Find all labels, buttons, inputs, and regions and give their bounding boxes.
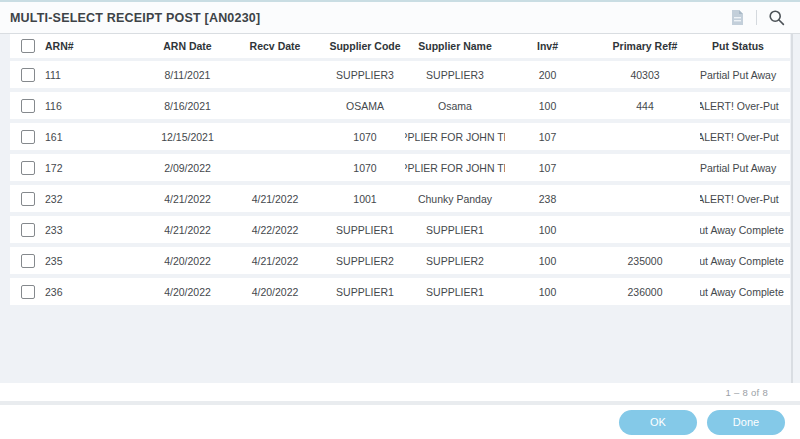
cell-put_status: Put Away Complete [700, 278, 790, 305]
done-button[interactable]: Done [707, 410, 785, 435]
row-select-checkbox[interactable] [21, 223, 35, 237]
cell-supplier_name: SUPPLIER FOR JOHN TEST [405, 123, 505, 150]
cell-arn_date: 4/21/2022 [150, 185, 225, 212]
title-bar: MULTI-SELECT RECEIPT POST [AN0230] [0, 2, 800, 33]
table-row[interactable]: 2354/20/20224/21/2022SUPPLIER2SUPPLIER21… [10, 247, 790, 274]
pagination-range-label: 1 – 8 of 8 [725, 387, 768, 398]
cell-primary_ref: 444 [590, 92, 700, 119]
cell-arn: 236 [45, 278, 150, 305]
cell-inv: 100 [505, 278, 590, 305]
cell-supplier_name: SUPPLIER1 [405, 278, 505, 305]
column-header-arn[interactable]: ARN# [45, 34, 150, 58]
cell-inv: 107 [505, 123, 590, 150]
cell-arn: 161 [45, 123, 150, 150]
cell-supplier_name: SUPPLIER FOR JOHN TEST [405, 154, 505, 181]
cell-arn_date: 2/09/2022 [150, 154, 225, 181]
pagination-bar: 1 – 8 of 8 [0, 383, 800, 401]
cell-put_status: Partial Put Away [700, 61, 790, 88]
row-select-checkbox[interactable] [21, 192, 35, 206]
cell-recv_date [225, 154, 325, 181]
cell-arn: 232 [45, 185, 150, 212]
row-select-cell [10, 92, 45, 119]
table-row[interactable]: 2324/21/20224/21/20221001Chunky Panday23… [10, 185, 790, 212]
toolbar-divider [756, 10, 757, 25]
cell-supplier_code: OSAMA [325, 92, 405, 119]
row-select-checkbox[interactable] [21, 161, 35, 175]
ok-button[interactable]: OK [619, 410, 697, 435]
table-body: 1118/11/2021SUPPLIER3SUPPLIER320040303Pa… [10, 61, 790, 305]
footer-bar: OK Done [0, 405, 800, 439]
cell-supplier_name: SUPPLIER3 [405, 61, 505, 88]
cell-put_status: ALERT! Over-Put [700, 92, 790, 119]
cell-put_status: Put Away Complete [700, 216, 790, 243]
cell-arn: 233 [45, 216, 150, 243]
cell-supplier_code: 1001 [325, 185, 405, 212]
export-file-icon [730, 9, 745, 26]
cell-recv_date [225, 123, 325, 150]
row-select-checkbox[interactable] [21, 254, 35, 268]
row-select-cell [10, 247, 45, 274]
column-header-supplier_name[interactable]: Supplier Name [405, 34, 505, 58]
cell-inv: 200 [505, 61, 590, 88]
cell-put_status: Partial Put Away [700, 154, 790, 181]
cell-inv: 100 [505, 92, 590, 119]
cell-arn_date: 8/11/2021 [150, 61, 225, 88]
cell-supplier_code: 1070 [325, 123, 405, 150]
cell-arn: 111 [45, 61, 150, 88]
column-header-arn_date[interactable]: ARN Date [150, 34, 225, 58]
cell-recv_date: 4/22/2022 [225, 216, 325, 243]
cell-put_status: ALERT! Over-Put [700, 123, 790, 150]
cell-inv: 107 [505, 154, 590, 181]
row-select-cell [10, 61, 45, 88]
table-header-row: ARN#ARN DateRecv DateSupplier CodeSuppli… [10, 34, 790, 58]
cell-inv: 100 [505, 216, 590, 243]
column-header-primary_ref[interactable]: Primary Ref# [590, 34, 700, 58]
cell-supplier_name: Osama [405, 92, 505, 119]
column-header-put_status[interactable]: Put Status [700, 34, 790, 58]
table-row[interactable]: 2364/20/20224/20/2022SUPPLIER1SUPPLIER11… [10, 278, 790, 305]
cell-supplier_code: SUPPLIER1 [325, 278, 405, 305]
cell-supplier_code: SUPPLIER3 [325, 61, 405, 88]
table-row[interactable]: 1168/16/2021OSAMAOsama100444ALERT! Over-… [10, 92, 790, 119]
table-area: ARN#ARN DateRecv DateSupplier CodeSuppli… [0, 33, 800, 383]
row-select-cell [10, 216, 45, 243]
row-select-checkbox[interactable] [21, 99, 35, 113]
table-row[interactable]: 2334/21/20224/22/2022SUPPLIER1SUPPLIER11… [10, 216, 790, 243]
search-icon [768, 9, 785, 26]
cell-recv_date: 4/21/2022 [225, 185, 325, 212]
cell-primary_ref [590, 154, 700, 181]
select-all-cell [10, 34, 45, 58]
column-header-inv[interactable]: Inv# [505, 34, 590, 58]
table-row[interactable]: 1118/11/2021SUPPLIER3SUPPLIER320040303Pa… [10, 61, 790, 88]
column-header-recv_date[interactable]: Recv Date [225, 34, 325, 58]
row-select-cell [10, 123, 45, 150]
cell-put_status: Put Away Complete [700, 247, 790, 274]
cell-recv_date: 4/20/2022 [225, 278, 325, 305]
row-select-checkbox[interactable] [21, 130, 35, 144]
multi-select-receipt-post-dialog: MULTI-SELECT RECEIPT POST [AN0230] [0, 0, 800, 439]
cell-inv: 238 [505, 185, 590, 212]
cell-supplier_code: SUPPLIER1 [325, 216, 405, 243]
column-header-supplier_code[interactable]: Supplier Code [325, 34, 405, 58]
cell-primary_ref [590, 123, 700, 150]
cell-arn: 172 [45, 154, 150, 181]
row-select-checkbox[interactable] [21, 285, 35, 299]
select-all-checkbox[interactable] [21, 39, 35, 53]
cell-arn_date: 4/20/2022 [150, 247, 225, 274]
cell-arn_date: 4/20/2022 [150, 278, 225, 305]
row-select-cell [10, 185, 45, 212]
row-select-checkbox[interactable] [21, 68, 35, 82]
cell-arn_date: 12/15/2021 [150, 123, 225, 150]
cell-primary_ref: 236000 [590, 278, 700, 305]
cell-primary_ref: 40303 [590, 61, 700, 88]
row-select-cell [10, 154, 45, 181]
cell-inv: 100 [505, 247, 590, 274]
cell-arn_date: 4/21/2022 [150, 216, 225, 243]
search-button[interactable] [766, 8, 786, 28]
cell-arn: 116 [45, 92, 150, 119]
table-row[interactable]: 16112/15/20211070SUPPLIER FOR JOHN TEST1… [10, 123, 790, 150]
table-row[interactable]: 1722/09/20221070SUPPLIER FOR JOHN TEST10… [10, 154, 790, 181]
export-file-button[interactable] [727, 8, 747, 28]
cell-supplier_name: SUPPLIER2 [405, 247, 505, 274]
cell-arn_date: 8/16/2021 [150, 92, 225, 119]
